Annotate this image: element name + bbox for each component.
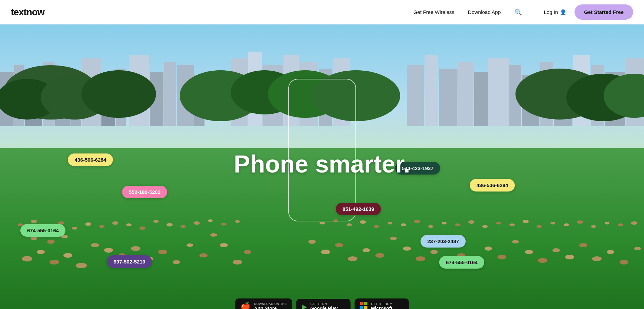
svg-point-118 [442, 222, 447, 224]
svg-point-85 [552, 248, 560, 252]
phone-number-pill: 674-555-0164 [439, 256, 484, 269]
phone-number-pill: 436-506-6284 [470, 179, 515, 192]
svg-point-69 [335, 243, 343, 247]
svg-point-66 [244, 250, 251, 254]
login-button[interactable]: Log In 👤 [539, 6, 572, 18]
svg-point-109 [319, 222, 325, 224]
microsoft-large-text: Microsoft [371, 306, 392, 309]
svg-point-82 [512, 240, 519, 243]
googleplay-large-text: Google Play [310, 306, 338, 309]
appstore-button[interactable]: 🍎 Download on the App Store [235, 298, 292, 309]
svg-rect-133 [360, 302, 364, 305]
svg-point-116 [414, 220, 420, 223]
svg-point-65 [233, 260, 242, 265]
svg-point-52 [47, 240, 55, 244]
svg-point-117 [428, 225, 433, 228]
svg-point-89 [607, 250, 614, 254]
svg-point-101 [139, 226, 145, 230]
appstore-small-text: Download on the [254, 302, 287, 306]
microsoft-icon [360, 302, 368, 309]
microsoft-small-text: Get it from [371, 302, 392, 306]
svg-point-50 [76, 263, 87, 268]
svg-point-76 [430, 250, 438, 254]
svg-point-88 [592, 256, 602, 261]
get-started-button[interactable]: Get Started Free [574, 4, 633, 20]
svg-point-17 [81, 70, 156, 118]
free-wireless-link[interactable]: Get Free Wireless [408, 6, 460, 18]
svg-point-120 [468, 220, 474, 224]
svg-point-28 [312, 70, 400, 121]
phone-number-pill: 436-506-6284 [68, 153, 113, 166]
svg-point-98 [99, 225, 104, 228]
svg-point-49 [63, 253, 72, 258]
svg-point-74 [403, 247, 411, 251]
svg-point-107 [221, 223, 227, 225]
svg-point-103 [167, 223, 173, 226]
login-label: Log In [544, 9, 558, 15]
svg-point-108 [235, 220, 240, 223]
svg-point-71 [363, 248, 370, 252]
svg-rect-136 [364, 306, 368, 309]
svg-point-96 [72, 227, 77, 230]
svg-point-83 [525, 250, 533, 254]
download-app-link[interactable]: Download App [463, 6, 506, 18]
svg-rect-30 [425, 55, 438, 126]
svg-rect-134 [364, 302, 368, 305]
svg-point-70 [348, 256, 357, 261]
svg-point-84 [538, 258, 547, 263]
svg-point-113 [374, 225, 379, 228]
svg-point-131 [618, 223, 623, 226]
logo[interactable]: textnow [11, 7, 44, 18]
search-button[interactable]: 🔍 [509, 6, 527, 19]
apple-icon: 🍎 [240, 302, 251, 309]
microsoft-button[interactable]: Get it from Microsoft [355, 298, 409, 309]
svg-point-62 [199, 253, 208, 257]
svg-point-123 [509, 223, 515, 226]
svg-point-93 [31, 220, 37, 223]
hero-headline: Phone smarter. [234, 150, 410, 178]
appstore-large-text: App Store [254, 306, 287, 309]
svg-point-73 [390, 237, 397, 240]
svg-point-86 [565, 255, 574, 259]
svg-point-121 [482, 225, 488, 228]
svg-point-81 [497, 255, 506, 259]
svg-point-115 [401, 223, 406, 226]
svg-point-60 [173, 260, 180, 264]
googleplay-button[interactable]: ▶ GET IT ON Google Play [296, 299, 351, 309]
svg-point-105 [194, 221, 200, 225]
hero-section: Phone smarter. 436-506-6284552-180-52036… [0, 24, 644, 309]
header: textnow Get Free Wireless Download App 🔍… [0, 0, 644, 24]
svg-point-106 [208, 219, 213, 222]
svg-point-104 [180, 225, 186, 228]
svg-point-119 [455, 223, 461, 226]
googleplay-icon: ▶ [302, 303, 307, 309]
svg-point-91 [634, 247, 641, 250]
svg-point-97 [85, 222, 91, 226]
store-buttons-container: 🍎 Download on the App Store ▶ GET IT ON … [235, 298, 409, 309]
city-skyline [0, 45, 644, 126]
svg-point-72 [375, 253, 384, 258]
svg-point-59 [158, 250, 167, 254]
svg-point-127 [564, 223, 569, 226]
nav-divider [533, 0, 533, 24]
svg-point-61 [187, 243, 193, 247]
svg-point-122 [496, 222, 501, 224]
svg-point-51 [31, 237, 37, 240]
svg-point-68 [321, 250, 330, 254]
svg-point-90 [620, 260, 628, 265]
navigation: Get Free Wireless Download App 🔍 Log In … [408, 0, 633, 24]
svg-point-57 [131, 246, 140, 251]
svg-point-63 [210, 233, 217, 237]
phone-number-pill: 674-555-0164 [20, 224, 65, 237]
svg-point-55 [104, 248, 113, 253]
svg-point-126 [550, 222, 555, 224]
svg-point-112 [360, 220, 366, 224]
svg-point-125 [536, 225, 542, 228]
svg-point-46 [22, 256, 32, 261]
svg-point-67 [308, 240, 316, 244]
googleplay-small-text: GET IT ON [310, 302, 338, 306]
svg-point-75 [416, 256, 425, 261]
svg-point-102 [153, 220, 159, 223]
svg-point-124 [523, 220, 529, 223]
svg-point-87 [579, 243, 587, 247]
